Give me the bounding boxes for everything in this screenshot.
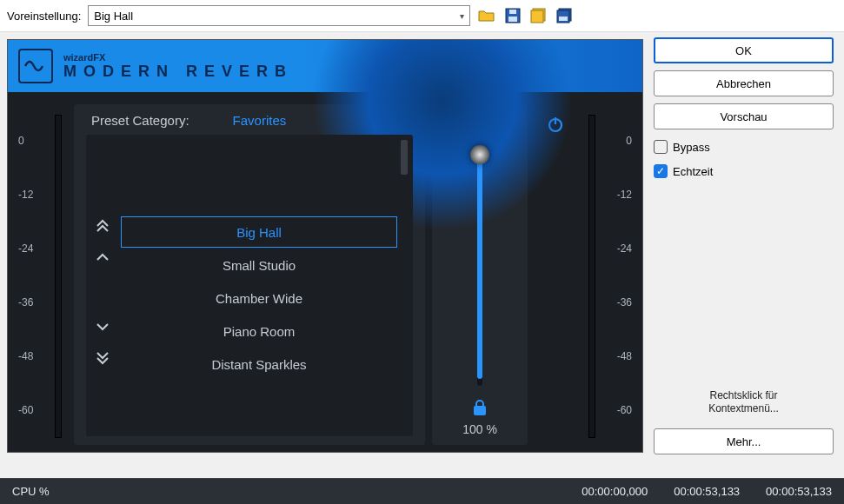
scroll-bottom-icon[interactable] [91,348,114,371]
plugin-brand-small: wizardFX [63,52,293,63]
preset-item[interactable]: Small Studio [121,249,397,281]
top-toolbar: Voreinstellung: Big Hall ▾ [0,0,844,32]
plugin-header: wizardFX MODERN REVERB [8,40,642,92]
realtime-checkbox-row[interactable]: ✓ Echtzeit [654,164,834,178]
scale-label: 0 [626,135,632,147]
output-meter-bar [588,115,595,438]
amount-panel: Amount 100 % [432,104,528,445]
preset-dropdown[interactable]: Big Hall ▾ [88,5,470,26]
preset-dropdown-value: Big Hall [94,10,133,23]
ok-button[interactable]: OK [654,37,834,63]
svg-rect-1 [508,17,517,22]
input-meter-bar [55,115,62,438]
preset-panel: Preset Category: Favorites [74,104,425,445]
scale-label: -60 [18,404,33,416]
scale-label: -48 [18,350,33,362]
input-meter: 0 -12 -24 -36 -48 -60 [8,92,70,452]
plugin-logo-icon [18,49,53,83]
amount-value: 100 % [462,422,497,436]
output-meter: 0 -12 -24 -36 -48 -60 [580,92,642,452]
scale-label: -12 [18,189,33,201]
time-duration: 00:00:53,133 [674,485,740,498]
bypass-checkbox-row[interactable]: Bypass [654,140,834,154]
realtime-checkbox[interactable]: ✓ [654,164,668,178]
lock-icon[interactable] [473,400,487,419]
context-hint: Rechtsklick für Kontextmenü... [654,389,834,416]
scrollbar-thumb[interactable] [401,140,408,175]
preset-item[interactable]: Chamber Wide [121,282,397,314]
cancel-button[interactable]: Abbrechen [654,70,834,96]
scroll-up-icon[interactable] [91,246,114,269]
preset-category-label: Preset Category: [91,113,189,128]
side-panel: OK Abbrechen Vorschau Bypass ✓ Echtzeit … [643,32,844,460]
svg-rect-2 [509,10,516,14]
svg-rect-8 [475,407,485,414]
realtime-label: Echtzeit [673,165,713,178]
scale-label: -24 [18,242,33,255]
preview-button[interactable]: Vorschau [654,103,834,129]
save-disk-icon[interactable] [555,6,575,25]
slider-thumb[interactable] [470,145,489,164]
time-position: 00:00:00,000 [581,485,648,498]
preset-browser: Big Hall Small Studio Chamber Wide Piano… [86,135,413,436]
chevron-down-icon: ▾ [460,11,464,21]
status-bar: CPU % 00:00:00,000 00:00:53,133 00:00:53… [0,478,844,504]
svg-rect-4 [531,10,543,23]
scroll-top-icon[interactable] [91,213,114,235]
cpu-label: CPU % [12,485,50,498]
plugin-brand-big: MODERN REVERB [63,63,293,81]
preset-category-value[interactable]: Favorites [233,113,287,128]
time-total: 00:00:53,133 [766,485,832,498]
scale-label: 0 [18,135,24,147]
bypass-label: Bypass [673,141,710,154]
scale-label: -36 [18,296,33,308]
preset-item[interactable]: Distant Sparkles [121,348,397,380]
folder-open-icon[interactable] [477,6,496,25]
scale-label: -24 [617,242,632,255]
scale-label: -48 [617,350,632,362]
preset-item[interactable]: Piano Room [121,315,397,347]
scale-label: -12 [617,189,632,201]
bypass-checkbox[interactable] [654,140,668,154]
preset-item[interactable]: Big Hall [121,216,397,248]
save-icon[interactable] [503,6,522,25]
preset-label: Voreinstellung: [7,10,81,23]
save-multi-icon[interactable] [529,6,548,25]
amount-slider[interactable] [432,136,528,395]
plugin-window: wizardFX MODERN REVERB 0 -12 -24 -36 -48… [7,39,643,453]
scale-label: -36 [617,296,632,308]
svg-rect-7 [559,17,568,21]
more-button[interactable]: Mehr... [654,428,834,454]
scale-label: -60 [617,404,632,416]
scroll-down-icon[interactable] [91,315,114,338]
